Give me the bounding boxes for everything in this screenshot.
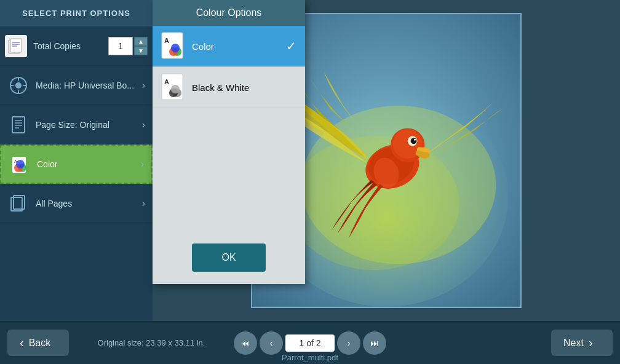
page-indicator: 1 of 2 [285,334,335,352]
bw-doc-icon: A [161,73,185,101]
svg-point-38 [411,138,417,144]
media-icon [7,74,30,97]
back-icon: ‹ [20,336,24,350]
svg-rect-7 [12,117,25,133]
color-icon: A [9,153,31,175]
svg-text:A: A [164,37,169,44]
copies-control: 1 ▲ ▼ [108,37,148,55]
bottom-bar: ‹ Back Original size: 23.39 x 33.11 in. … [0,321,620,364]
color-check-icon: ✓ [286,39,296,53]
total-copies-row: Total Copies 1 ▲ ▼ [0,26,153,66]
sidebar-item-all-pages[interactable]: All Pages › [0,184,153,223]
page-size-icon [7,114,30,136]
svg-rect-1 [10,39,22,52]
back-label: Back [29,338,51,349]
dropdown-ok-area: OK [153,231,305,284]
original-size: Original size: 23.39 x 33.11 in. [98,338,205,347]
all-pages-chevron: › [142,198,145,209]
copies-icon [5,35,27,57]
colour-options-header: Colour Options [153,0,305,26]
color-doc-icon: A [161,32,185,60]
bw-option[interactable]: A Black & White [153,67,305,108]
pagination-controls: ⏮ ‹ 1 of 2 › ⏭ [234,331,386,355]
sidebar-item-media[interactable]: Media: HP Universal Bo... › [0,66,153,105]
filename: Parrot_multi.pdf [282,353,338,362]
media-label: Media: HP Universal Bo... [36,81,142,90]
copies-up[interactable]: ▲ [134,37,148,46]
colour-options-list: A Color ✓ A [153,26,305,108]
page-size-chevron: › [142,119,145,130]
color-label: Color [37,159,141,169]
svg-point-39 [414,139,416,141]
next-page-btn[interactable]: › [337,331,360,355]
bw-option-label: Black & White [192,82,296,93]
svg-point-16 [16,160,25,168]
svg-point-28 [171,85,180,93]
last-page-btn[interactable]: ⏭ [363,331,386,355]
ok-button[interactable]: OK [192,243,265,272]
svg-point-6 [15,82,22,89]
back-button[interactable]: ‹ Back [7,330,69,356]
color-option[interactable]: A Color ✓ [153,26,305,67]
all-pages-label: All Pages [36,199,142,208]
next-label: Next [563,338,584,349]
copies-label: Total Copies [33,41,108,51]
sidebar: SELECT PRINT OPTIONS Total Copies 1 ▲ ▼ [0,0,153,321]
sidebar-item-color[interactable]: A Color › [0,144,153,184]
copies-value: 1 [108,37,133,55]
color-chevron: › [141,159,144,170]
filename-bar: Parrot_multi.pdf [0,353,620,364]
colour-options-dropdown: Colour Options A Color ✓ [153,0,305,284]
color-option-label: Color [192,41,286,52]
next-icon: › [589,336,593,350]
sidebar-item-page-size[interactable]: Page Size: Original › [0,105,153,144]
next-button[interactable]: Next › [551,330,613,356]
first-page-btn[interactable]: ⏮ [234,331,257,355]
svg-text:A: A [164,78,169,85]
svg-point-23 [171,44,180,52]
file-info: Original size: 23.39 x 33.11 in. [74,338,229,347]
copies-arrows: ▲ ▼ [134,37,148,55]
prev-page-btn[interactable]: ‹ [260,331,283,355]
dropdown-spacer [153,108,305,231]
page-size-label: Page Size: Original [36,120,142,130]
copies-down[interactable]: ▼ [134,46,148,55]
all-pages-icon [7,192,30,215]
media-chevron: › [142,80,145,91]
sidebar-header: SELECT PRINT OPTIONS [0,0,153,26]
